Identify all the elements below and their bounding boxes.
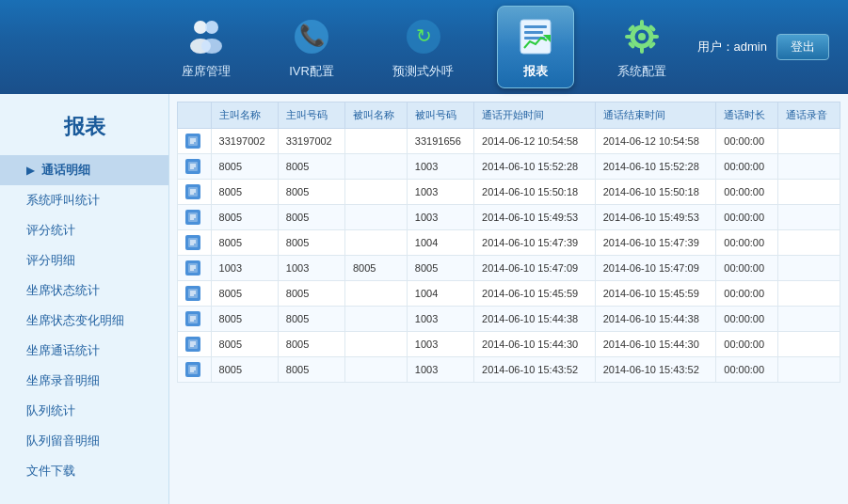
detail-icon[interactable] (185, 337, 200, 352)
cell-caller_num: 8005 (278, 180, 344, 205)
detail-icon[interactable] (185, 159, 200, 174)
cell-start_time: 2014-06-10 15:44:30 (474, 332, 596, 357)
cell-start_time: 2014-06-10 15:43:52 (474, 357, 596, 383)
report-icon (513, 14, 558, 59)
cell-caller_num: 8005 (278, 230, 344, 256)
cell-callee_name: 8005 (344, 256, 407, 281)
cell-callee_num: 1004 (407, 230, 473, 256)
detail-icon[interactable] (185, 311, 200, 326)
cell-caller_name: 1003 (211, 256, 278, 281)
cell-callee_name (344, 281, 407, 307)
cell-recording (778, 180, 840, 205)
sidebar-item-label: 坐席状态变化明细 (26, 312, 124, 329)
cell-caller_num: 8005 (278, 332, 344, 357)
cell-end_time: 2014-06-10 15:43:52 (595, 357, 716, 383)
nav-item-outbound[interactable]: ↻预测式外呼 (377, 7, 469, 87)
cell-recording (778, 256, 840, 281)
cell-duration: 00:00:00 (716, 205, 778, 230)
cell-callee_num: 1003 (407, 180, 473, 205)
cell-end_time: 2014-06-10 15:49:53 (595, 205, 716, 230)
row-icon-cell (178, 129, 212, 154)
svg-point-14 (638, 33, 646, 40)
nav-item-ivr[interactable]: 📞IVR配置 (274, 7, 349, 87)
nav-item-sysconfig[interactable]: 系统配置 (602, 7, 681, 87)
nav-item-report[interactable]: 报表 (497, 6, 574, 88)
nav-label-sysconfig: 系统配置 (617, 63, 666, 80)
cell-caller_num: 8005 (278, 357, 344, 383)
cell-callee_num: 1003 (407, 205, 473, 230)
cell-start_time: 2014-06-10 15:52:28 (474, 154, 596, 180)
table-row: 8005800510032014-06-10 15:43:522014-06-1… (178, 357, 840, 383)
svg-rect-9 (524, 25, 547, 28)
sidebar-item-seat-call-stat[interactable]: 坐席通话统计 (0, 336, 168, 366)
detail-icon[interactable] (185, 210, 200, 225)
detail-icon[interactable] (185, 286, 200, 301)
sidebar-item-call-detail[interactable]: ▶通话明细 (0, 155, 168, 185)
row-icon-cell (178, 256, 212, 281)
svg-rect-10 (524, 31, 543, 34)
table-row: 3319700233197002331916562014-06-12 10:54… (178, 129, 840, 154)
cell-duration: 00:00:00 (716, 307, 778, 332)
row-icon-cell (178, 180, 212, 205)
cell-duration: 00:00:00 (716, 154, 778, 180)
cell-caller_num: 8005 (278, 307, 344, 332)
cell-caller_num: 1003 (278, 256, 344, 281)
sidebar-item-queue-stat[interactable]: 队列统计 (0, 396, 168, 426)
nav-item-seat[interactable]: 座席管理 (167, 7, 246, 87)
cell-callee_name (344, 154, 407, 180)
nav-label-ivr: IVR配置 (289, 63, 334, 80)
col-header-6: 通话结束时间 (595, 102, 716, 129)
col-header-0 (178, 102, 212, 129)
cell-caller_num: 8005 (278, 205, 344, 230)
cell-duration: 00:00:00 (716, 281, 778, 307)
sidebar-item-score-stat[interactable]: 评分统计 (0, 215, 168, 245)
cell-start_time: 2014-06-10 15:50:18 (474, 180, 596, 205)
cell-recording (778, 154, 840, 180)
sidebar-item-label: 评分统计 (26, 222, 75, 239)
detail-icon[interactable] (185, 184, 200, 199)
cell-start_time: 2014-06-12 10:54:58 (474, 129, 596, 154)
cell-callee_name (344, 332, 407, 357)
sidebar-item-seat-rec-detail[interactable]: 坐席录音明细 (0, 366, 168, 396)
detail-icon[interactable] (185, 362, 200, 377)
cell-caller_name: 8005 (211, 230, 278, 256)
logout-button[interactable]: 登出 (776, 34, 829, 60)
report-table: 主叫名称主叫号码被叫名称被叫号码通话开始时间通话结束时间通话时长通话录音 331… (177, 102, 840, 383)
sidebar-item-file-download[interactable]: 文件下载 (0, 456, 168, 486)
sidebar-item-queue-voicemail-detail[interactable]: 队列留音明细 (0, 426, 168, 456)
cell-start_time: 2014-06-10 15:47:39 (474, 230, 596, 256)
row-icon-cell (178, 332, 212, 357)
cell-callee_num: 1003 (407, 154, 473, 180)
sidebar-item-sys-call-stat[interactable]: 系统呼叫统计 (0, 185, 168, 215)
cell-start_time: 2014-06-10 15:45:59 (474, 281, 596, 307)
svg-text:📞: 📞 (299, 23, 326, 48)
cell-start_time: 2014-06-10 15:44:38 (474, 307, 596, 332)
cell-recording (778, 281, 840, 307)
cell-recording (778, 129, 840, 154)
user-label: 用户：admin (697, 39, 767, 55)
detail-icon[interactable] (185, 134, 200, 149)
outbound-icon: ↻ (401, 14, 446, 59)
sidebar-item-label: 系统呼叫统计 (26, 192, 100, 209)
cell-duration: 00:00:00 (716, 230, 778, 256)
cell-end_time: 2014-06-10 15:52:28 (595, 154, 716, 180)
col-header-5: 通话开始时间 (474, 102, 596, 129)
svg-point-3 (201, 39, 222, 54)
cell-duration: 00:00:00 (716, 357, 778, 383)
detail-icon[interactable] (185, 260, 200, 276)
row-icon-cell (178, 307, 212, 332)
nav-label-seat: 座席管理 (182, 63, 231, 80)
seat-icon (184, 14, 229, 59)
cell-callee_name (344, 357, 407, 383)
nav-label-outbound: 预测式外呼 (392, 63, 454, 80)
sidebar-item-seat-status-detail[interactable]: 坐席状态变化明细 (0, 306, 168, 336)
cell-caller_name: 8005 (211, 180, 278, 205)
detail-icon[interactable] (185, 235, 200, 250)
sidebar-item-seat-status-stat[interactable]: 坐席状态统计 (0, 276, 168, 306)
cell-end_time: 2014-06-10 15:47:09 (595, 256, 716, 281)
table-header: 主叫名称主叫号码被叫名称被叫号码通话开始时间通话结束时间通话时长通话录音 (178, 102, 840, 129)
cell-callee_num: 1003 (407, 307, 473, 332)
cell-recording (778, 230, 840, 256)
sidebar-item-score-detail[interactable]: 评分明细 (0, 245, 168, 276)
sidebar-item-label: 队列留音明细 (26, 433, 100, 449)
